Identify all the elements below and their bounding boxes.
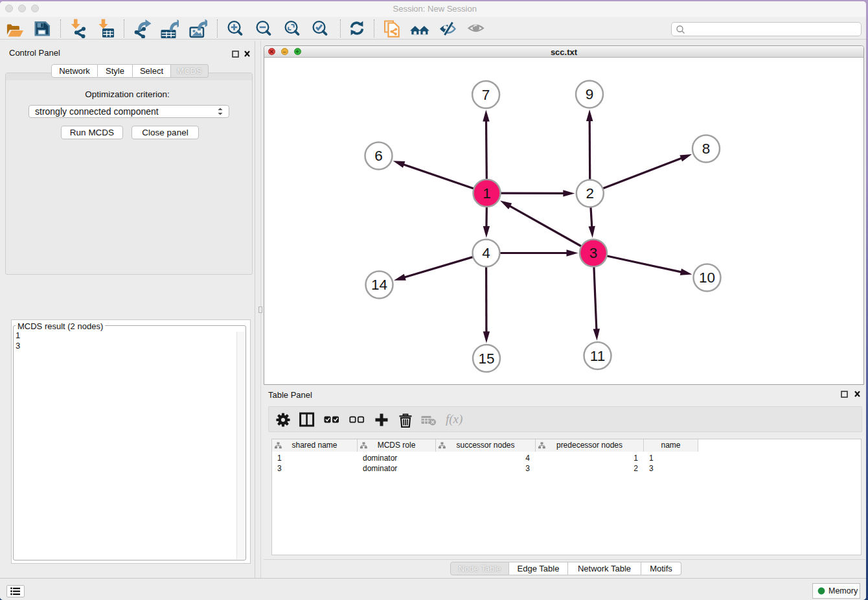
svg-text:6: 6 xyxy=(374,148,383,164)
svg-text:3: 3 xyxy=(589,245,598,261)
svg-text:9: 9 xyxy=(586,86,594,102)
svg-text:8: 8 xyxy=(702,141,711,157)
svg-text:14: 14 xyxy=(371,277,387,293)
svg-text:2: 2 xyxy=(586,185,595,202)
svg-text:15: 15 xyxy=(478,351,494,367)
svg-text:11: 11 xyxy=(590,348,605,364)
svg-text:4: 4 xyxy=(482,245,490,261)
svg-text:10: 10 xyxy=(699,270,715,286)
svg-text:7: 7 xyxy=(482,87,490,103)
svg-text:1: 1 xyxy=(483,185,491,202)
